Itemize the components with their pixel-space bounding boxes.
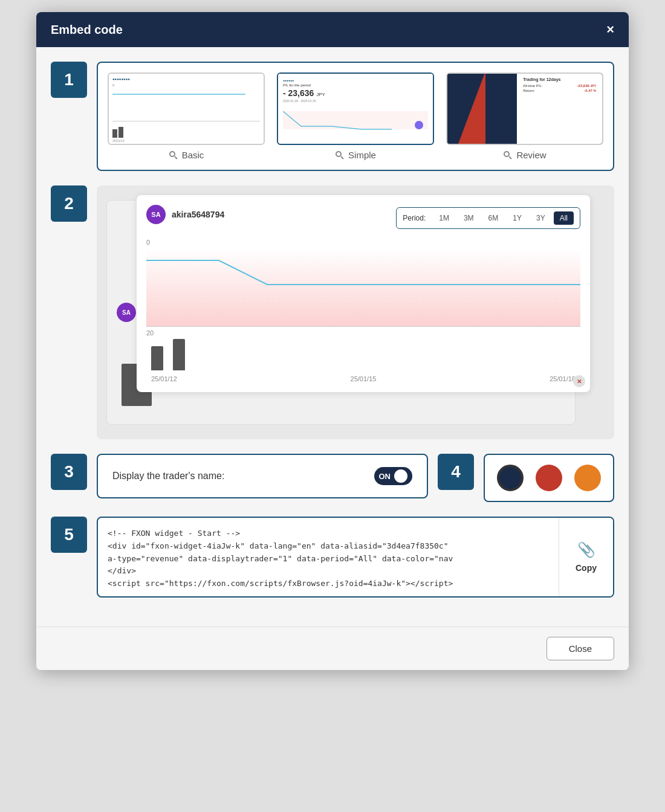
svg-line-7	[509, 156, 511, 159]
basic-logo: ●●●●●●●●	[112, 77, 260, 81]
simple-period: 2025.01.09 - 2025.01.20	[283, 99, 428, 103]
modal-header: Embed code ×	[36, 12, 629, 47]
toggle-on-text: ON	[379, 472, 391, 481]
bar-1	[112, 129, 117, 138]
review-label: Review	[503, 150, 546, 160]
basic-label-text: Basic	[182, 150, 204, 160]
review-return-label: Return:	[523, 89, 535, 92]
basic-zero-label: 0	[112, 83, 260, 87]
x-label-3: 25/01/18	[550, 375, 576, 382]
review-preview-card: Trading for 12days All-time P/L: -23,636…	[446, 72, 603, 145]
simple-chart-svg	[283, 105, 428, 135]
x-label-1: 25/01/12	[151, 375, 177, 382]
step-3-badge: 3	[51, 454, 87, 490]
simple-pnl-label: P/L for the period	[283, 83, 428, 87]
code-line-3: a-type="revenue" data-displaytrader="1" …	[108, 553, 549, 566]
svg-line-5	[341, 156, 343, 159]
copy-label: Copy	[576, 563, 597, 573]
chart-bar-area	[146, 337, 580, 373]
basic-search-icon	[169, 150, 178, 160]
footer-close-button[interactable]: Close	[547, 637, 614, 660]
display-trader-toggle[interactable]: ON	[374, 467, 413, 485]
basic-label: Basic	[169, 150, 204, 160]
chart-y-top: 0	[146, 239, 580, 246]
section-5-row: 5 <!-- FXON widget - Start --> <div id="…	[51, 517, 614, 598]
review-title: Trading for 12days	[523, 77, 596, 82]
review-label-text: Review	[516, 150, 546, 160]
copy-icon: 📎	[577, 541, 595, 558]
step-5-badge: 5	[51, 517, 87, 553]
toggle-knob	[394, 469, 407, 483]
widget-trader-name: akira5648794	[172, 210, 224, 219]
period-3m[interactable]: 3M	[458, 211, 480, 225]
code-line-4: </div>	[108, 565, 549, 578]
chart-y-bottom: 20	[146, 329, 580, 337]
preview-section: SA SA akira5648794 Period: 1M 3M	[97, 185, 614, 439]
template-selector: ●●●●●●●● 0 25/01/13	[97, 62, 614, 171]
template-option-review[interactable]: Trading for 12days All-time P/L: -23,636…	[446, 72, 603, 160]
step-4-badge: 4	[438, 454, 474, 490]
copy-button[interactable]: 📎 Copy	[559, 518, 613, 596]
period-all[interactable]: All	[554, 211, 574, 225]
widget-avatar: SA	[146, 205, 166, 224]
svg-line-2	[175, 156, 177, 159]
basic-bar-area	[112, 123, 260, 138]
template-option-simple[interactable]: ●●●●●● P/L for the period - 23,636 JPY 2…	[277, 72, 434, 160]
toggle-box: Display the trader's name: ON	[97, 454, 428, 498]
step-2-badge: 2	[51, 185, 87, 222]
chart-bar-1	[151, 346, 163, 370]
section-2-row: 2 SA SA akira5648794 Period:	[51, 185, 614, 439]
svg-point-4	[336, 152, 341, 156]
review-search-icon	[503, 150, 513, 160]
period-buttons: Period: 1M 3M 6M 1Y 3Y All	[396, 207, 580, 229]
x-brand-icon: ✕	[573, 375, 585, 387]
section-3-4-row: 3 Display the trader's name: ON 4	[51, 454, 614, 502]
simple-dot	[415, 121, 423, 129]
chart-container: 0	[146, 239, 580, 382]
chart-x-labels: 25/01/12 25/01/15 25/01/18	[146, 375, 580, 382]
close-icon[interactable]: ×	[606, 22, 614, 37]
review-info-box: Trading for 12days All-time P/L: -23,636…	[517, 74, 602, 144]
svg-point-6	[504, 152, 509, 156]
main-widget-card: SA akira5648794 Period: 1M 3M 6M 1Y 3Y A…	[137, 195, 590, 392]
chart-bar-2	[173, 339, 185, 370]
period-1m[interactable]: 1M	[433, 211, 455, 225]
color-orange[interactable]	[574, 465, 601, 491]
color-red[interactable]	[536, 465, 562, 491]
simple-preview-card: ●●●●●● P/L for the period - 23,636 JPY 2…	[277, 72, 434, 145]
period-1y[interactable]: 1Y	[507, 211, 528, 225]
color-selector	[484, 454, 614, 502]
modal-body: 1 ●●●●●●●● 0	[36, 47, 629, 627]
step-1-badge: 1	[51, 62, 87, 98]
basic-x-label: 25/01/13	[112, 139, 260, 143]
review-return-value: -0.47 %	[584, 89, 596, 92]
code-line-5: <script src="https://fxon.com/scripts/fx…	[108, 578, 549, 590]
modal-footer: Close	[36, 627, 629, 670]
simple-label-text: Simple	[348, 150, 376, 160]
toggle-label: Display the trader's name:	[112, 471, 367, 482]
review-alltime-label: All-time P/L:	[523, 84, 542, 88]
simple-search-icon	[335, 150, 345, 160]
modal-title: Embed code	[51, 23, 123, 37]
code-line-2: <div id="fxon-widget-4iaJw-k" data-lang=…	[108, 540, 549, 553]
review-alltime-value: -23,636 JPY	[577, 84, 596, 88]
period-3y[interactable]: 3Y	[530, 211, 551, 225]
template-option-basic[interactable]: ●●●●●●●● 0 25/01/13	[108, 72, 265, 160]
color-navy[interactable]	[497, 465, 524, 491]
bg-avatar: SA	[117, 303, 136, 322]
embed-code-modal: Embed code × 1 ●●●●●●●● 0	[36, 12, 629, 670]
chart-line-svg	[146, 248, 580, 327]
basic-chart-area	[112, 88, 260, 121]
widget-top-bar: SA akira5648794 Period: 1M 3M 6M 1Y 3Y A…	[146, 205, 580, 231]
period-label: Period:	[403, 214, 426, 222]
review-alltime-row: All-time P/L: -23,636 JPY	[523, 84, 596, 88]
review-return-row: Return: -0.47 %	[523, 89, 596, 92]
period-6m[interactable]: 6M	[482, 211, 505, 225]
chart-line-area	[146, 248, 580, 327]
simple-label: Simple	[335, 150, 376, 160]
embed-code-text: <!-- FXON widget - Start --> <div id="fx…	[98, 518, 559, 596]
code-section: <!-- FXON widget - Start --> <div id="fx…	[97, 517, 614, 598]
widget-header: SA akira5648794	[146, 205, 224, 224]
bar-2	[118, 127, 123, 138]
section-1-row: 1 ●●●●●●●● 0	[51, 62, 614, 171]
